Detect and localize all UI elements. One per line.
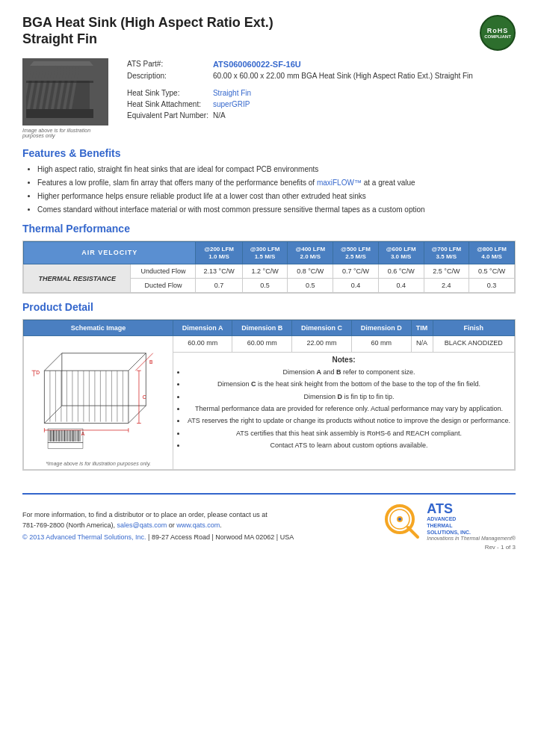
footer-left: For more information, to find a distribu… (22, 509, 294, 542)
unducted-val-3: 0.7 °C/W (333, 264, 379, 279)
footer-section: For more information, to find a distribu… (22, 493, 516, 541)
features-title: Features & Benefits (22, 147, 516, 159)
col-600lfm: @600 LFM 3.0 M/S (378, 242, 424, 264)
list-item: ATS certifies that this heat sink assemb… (186, 428, 512, 439)
spec-table: ATS Part#: ATS060060022-SF-16U Descripti… (127, 58, 477, 121)
unducted-val-4: 0.6 °C/W (378, 264, 424, 279)
page-title: BGA Heat Sink (High Aspect Ratio Ext.) S… (22, 15, 273, 47)
ducted-val-2: 0.5 (288, 279, 333, 293)
ducted-flow-label: Ducted Flow (131, 279, 196, 293)
product-detail-table: Schematic Image Dimension A Dimension B … (23, 320, 515, 470)
header-dim-c: Dimension C (292, 320, 352, 336)
page-number: Rev - 1 of 3 (22, 544, 516, 551)
image-caption: Image above is for illustration purposes… (22, 128, 112, 138)
col-500lfm: @500 LFM 2.5 M/S (333, 242, 379, 264)
header-finish: Finish (433, 320, 515, 336)
email-link[interactable]: sales@qats.com (117, 521, 167, 529)
svg-marker-13 (44, 406, 146, 423)
ducted-val-3: 0.4 (333, 279, 379, 293)
equiv-part-label: Equivalent Part Number: (127, 110, 213, 121)
ats-brand-name: ATS (427, 502, 516, 515)
notes-title: Notes: (176, 356, 512, 364)
product-detail-table-wrapper: Schematic Image Dimension A Dimension B … (22, 319, 516, 471)
schematic-cell: A B C (24, 336, 173, 470)
svg-marker-14 (44, 353, 146, 371)
col-400lfm: @400 LFM 2.0 M/S (288, 242, 333, 264)
attachment-label: Heat Sink Attachment: (127, 99, 213, 110)
ats-q-icon (383, 503, 421, 540)
attachment-value: superGRIP (213, 99, 477, 110)
ducted-val-6: 0.3 (469, 279, 515, 293)
page: BGA Heat Sink (High Aspect Ratio Ext.) S… (0, 0, 538, 756)
notes-cell: Notes: Dimension A and B refer to compon… (173, 352, 515, 469)
svg-text:B: B (149, 359, 153, 365)
notes-list: Dimension A and B refer to component siz… (176, 367, 512, 451)
list-item: Contact ATS to learn about custom option… (186, 440, 512, 450)
ducted-val-5: 2.4 (424, 279, 469, 293)
unducted-val-0: 2.13 °C/W (196, 264, 242, 279)
col-300lfm: @300 LFM 1.5 M/S (242, 242, 288, 264)
thermal-table: AIR VELOCITY @200 LFM 1.0 M/S @300 LFM 1… (23, 241, 515, 293)
air-velocity-header: AIR VELOCITY (24, 242, 196, 264)
title-block: BGA Heat Sink (High Aspect Ratio Ext.) S… (22, 15, 273, 47)
list-item: Dimension C is the heat sink height from… (186, 379, 512, 389)
list-item: Higher performance helps ensure reliable… (37, 190, 516, 202)
header-section: BGA Heat Sink (High Aspect Ratio Ext.) S… (22, 15, 516, 51)
dim-d-value: 60 mm (351, 336, 411, 353)
ats-logo: ATS ADVANCED THERMAL SOLUTIONS, INC. Inn… (383, 502, 516, 541)
unducted-val-5: 2.5 °C/W (424, 264, 469, 279)
unducted-val-2: 0.8 °C/W (288, 264, 333, 279)
schematic-caption: *Image above is for illustration purpose… (26, 461, 170, 466)
part-number-value: ATS060060022-SF-16U (213, 58, 477, 70)
product-detail-title: Product Detail (22, 301, 516, 313)
list-item: Features a low profile, slam fin array t… (37, 177, 516, 188)
svg-marker-11 (30, 61, 93, 66)
list-item: Dimension D is fin tip to fin tip. (186, 391, 512, 402)
product-info-section: Image above is for illustration purposes… (22, 58, 516, 138)
header-schematic: Schematic Image (24, 320, 173, 336)
ats-fullname: ADVANCED THERMAL SOLUTIONS, INC. (427, 515, 516, 536)
description-value: 60.00 x 60.00 x 22.00 mm BGA Heat Sink (… (213, 70, 477, 81)
dim-a-value: 60.00 mm (173, 336, 232, 353)
footer-copyright: © 2013 Advanced Thermal Solutions, Inc. … (22, 533, 294, 541)
dim-c-value: 22.00 mm (292, 336, 352, 353)
rohs-badge: RoHS COMPLIANT (480, 15, 516, 51)
description-label: Description: (127, 70, 213, 81)
product-specs: ATS Part#: ATS060060022-SF-16U Descripti… (127, 58, 516, 138)
footer-contact: For more information, to find a distribu… (22, 509, 294, 531)
heat-sink-type-value: Straight Fin (213, 87, 477, 99)
svg-line-74 (408, 527, 418, 537)
ats-tagline: Innovations in Thermal Management® (427, 536, 516, 541)
header-tim: TIM (411, 320, 433, 336)
list-item: Dimension A and B refer to component siz… (186, 367, 512, 377)
dim-b-value: 60.00 mm (232, 336, 292, 353)
list-item: High aspect ratio, straight fin heat sin… (37, 164, 516, 175)
thermal-title: Thermal Performance (22, 223, 516, 235)
list-item: Thermal performance data are provided fo… (186, 403, 512, 414)
features-list: High aspect ratio, straight fin heat sin… (22, 164, 516, 215)
schematic-diagram: A B C (26, 339, 161, 459)
unducted-val-1: 1.2 °C/W (242, 264, 288, 279)
col-200lfm: @200 LFM 1.0 M/S (196, 242, 242, 264)
table-row: THERMAL RESISTANCE Unducted Flow 2.13 °C… (24, 264, 515, 279)
part-number-label: ATS Part#: (127, 58, 213, 70)
ducted-val-4: 0.4 (378, 279, 424, 293)
svg-text:D: D (36, 370, 40, 375)
website-link[interactable]: www.qats.com (176, 521, 220, 529)
svg-rect-70 (48, 443, 83, 449)
svg-rect-10 (26, 109, 93, 118)
header-dim-a: Dimension A (173, 320, 232, 336)
list-item: ATS reserves the right to update or chan… (186, 415, 512, 426)
unducted-flow-label: Unducted Flow (131, 264, 196, 279)
header-dim-d: Dimension D (351, 320, 411, 336)
svg-rect-12 (26, 81, 93, 83)
heat-sink-image (22, 58, 108, 126)
thermal-table-wrapper: AIR VELOCITY @200 LFM 1.0 M/S @300 LFM 1… (22, 241, 516, 294)
rohs-text: RoHS (487, 27, 509, 34)
thermal-resistance-label: THERMAL RESISTANCE (24, 264, 131, 293)
ducted-val-1: 0.5 (242, 279, 288, 293)
product-image-block: Image above is for illustration purposes… (22, 58, 112, 138)
finish-value: BLACK ANODIZED (433, 336, 515, 353)
col-800lfm: @800 LFM 4.0 M/S (469, 242, 515, 264)
svg-point-75 (398, 518, 401, 521)
